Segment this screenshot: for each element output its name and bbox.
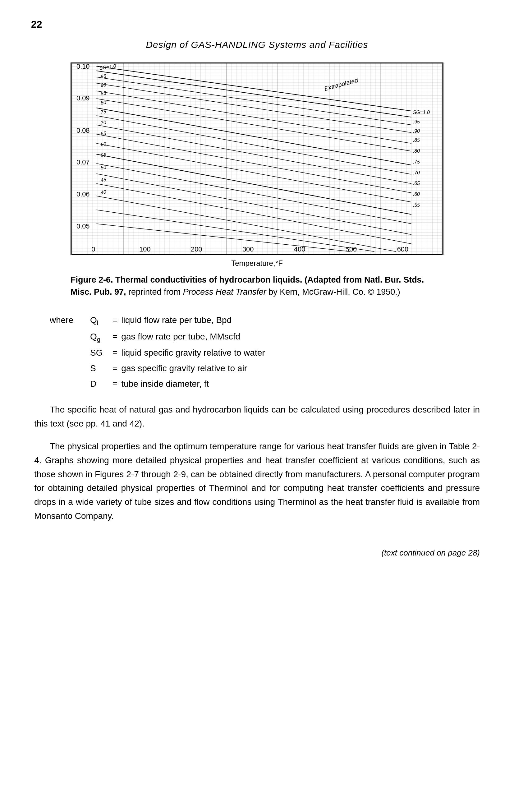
svg-text:.95: .95 bbox=[99, 74, 106, 80]
svg-text:.55: .55 bbox=[413, 202, 420, 208]
definitions-table: where Ql = liquid flow rate per tube, Bp… bbox=[50, 314, 483, 390]
body-paragraph-1: The specific heat of natural gas and hyd… bbox=[31, 403, 483, 431]
svg-text:.65: .65 bbox=[413, 181, 420, 186]
x-axis-label: Temperature,°F bbox=[231, 259, 283, 268]
svg-text:.60: .60 bbox=[99, 141, 106, 147]
symbol-sg: SG bbox=[90, 346, 109, 359]
svg-text:.45: .45 bbox=[99, 177, 106, 183]
svg-text:300: 300 bbox=[242, 245, 253, 253]
svg-text:.55: .55 bbox=[99, 152, 106, 158]
svg-text:.80: .80 bbox=[413, 148, 420, 153]
svg-text:.85: .85 bbox=[413, 137, 420, 143]
text-s: gas specific gravity relative to air bbox=[121, 362, 247, 375]
continued-footer: (text continued on page 28) bbox=[31, 548, 483, 558]
figure-caption: Figure 2-6. Thermal conductivities of hy… bbox=[70, 274, 444, 298]
svg-text:SG=1.0: SG=1.0 bbox=[413, 110, 430, 115]
page-number: 22 bbox=[31, 19, 483, 30]
equals-s: = bbox=[113, 362, 118, 375]
svg-text:.75: .75 bbox=[99, 109, 106, 115]
svg-text:.60: .60 bbox=[413, 192, 420, 197]
equals-d: = bbox=[113, 377, 118, 390]
chart-area: 0.10 0.09 0.08 0.07 0.06 0.05 0 100 200 … bbox=[70, 62, 444, 255]
svg-text:0.06: 0.06 bbox=[77, 190, 90, 198]
text-ql: liquid flow rate per tube, Bpd bbox=[121, 314, 232, 327]
svg-text:.90: .90 bbox=[99, 82, 106, 88]
text-sg: liquid specific gravity relative to wate… bbox=[121, 346, 265, 359]
svg-text:.95: .95 bbox=[413, 119, 420, 124]
symbol-ql: Ql bbox=[90, 314, 109, 328]
definition-row-qg: Qg = gas flow rate per tube, MMscfd bbox=[50, 330, 483, 344]
svg-text:0.05: 0.05 bbox=[77, 222, 90, 230]
symbol-d: D bbox=[90, 377, 109, 390]
definition-row-sg: SG = liquid specific gravity relative to… bbox=[50, 346, 483, 359]
symbol-qg: Qg bbox=[90, 330, 109, 344]
svg-text:0.08: 0.08 bbox=[77, 126, 90, 134]
definitions-section: where Ql = liquid flow rate per tube, Bp… bbox=[31, 314, 483, 390]
svg-text:0.10: 0.10 bbox=[77, 63, 90, 70]
svg-text:100: 100 bbox=[139, 245, 150, 253]
svg-text:0.07: 0.07 bbox=[77, 158, 90, 166]
svg-text:600: 600 bbox=[397, 245, 409, 253]
equals-qg: = bbox=[113, 330, 118, 343]
svg-text:.70: .70 bbox=[99, 120, 106, 126]
equals-sg: = bbox=[113, 346, 118, 359]
svg-text:.85: .85 bbox=[99, 90, 106, 96]
page-title: Design of GAS-HANDLING Systems and Facil… bbox=[31, 39, 483, 50]
svg-text:.90: .90 bbox=[413, 128, 420, 134]
equals-ql: = bbox=[113, 314, 118, 327]
definition-row-ql: where Ql = liquid flow rate per tube, Bp… bbox=[50, 314, 483, 328]
svg-text:.40: .40 bbox=[99, 189, 106, 195]
text-d: tube inside diameter, ft bbox=[121, 377, 209, 390]
body-paragraph-2: The physical properties and the optimum … bbox=[31, 440, 483, 523]
svg-text:.65: .65 bbox=[99, 130, 106, 137]
symbol-s: S bbox=[90, 362, 109, 375]
definition-row-s: S = gas specific gravity relative to air bbox=[50, 362, 483, 375]
svg-text:200: 200 bbox=[191, 245, 202, 253]
definition-row-d: D = tube inside diameter, ft bbox=[50, 377, 483, 390]
svg-text:.50: .50 bbox=[99, 165, 106, 171]
figure-container: Thermal conductivity k,Btu/hr(ft)²(°F/ft… bbox=[31, 62, 483, 298]
svg-text:0: 0 bbox=[91, 245, 95, 253]
svg-text:.80: .80 bbox=[99, 99, 106, 106]
svg-text:.75: .75 bbox=[413, 159, 420, 165]
text-qg: gas flow rate per tube, MMscfd bbox=[121, 330, 240, 343]
svg-text:.70: .70 bbox=[413, 170, 420, 175]
where-label: where bbox=[50, 314, 81, 327]
svg-text:0.09: 0.09 bbox=[77, 94, 90, 102]
svg-text:500: 500 bbox=[345, 245, 357, 253]
